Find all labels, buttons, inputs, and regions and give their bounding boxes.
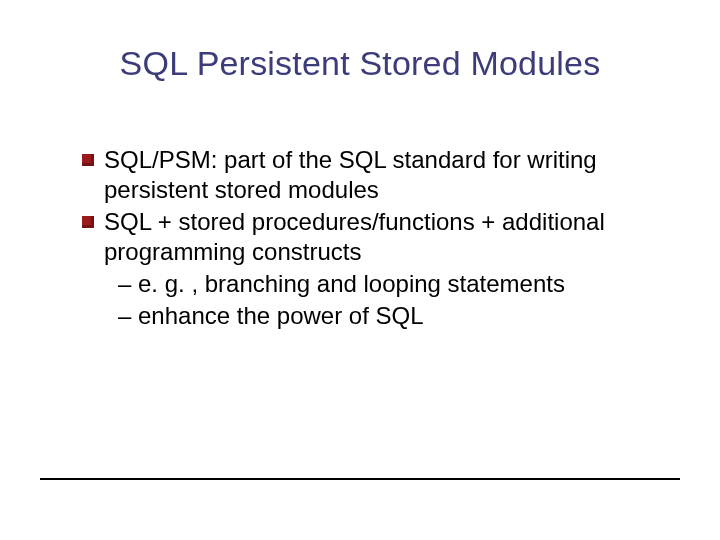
square-bullet-icon [82, 216, 94, 228]
bullet-item: SQL/PSM: part of the SQL standard for wr… [82, 145, 660, 205]
square-bullet-icon [82, 154, 94, 166]
bullet-text: SQL + stored procedures/functions + addi… [104, 207, 660, 267]
footer-divider [40, 478, 680, 480]
slide: SQL Persistent Stored Modules SQL/PSM: p… [0, 0, 720, 540]
bullet-item: SQL + stored procedures/functions + addi… [82, 207, 660, 267]
slide-title: SQL Persistent Stored Modules [0, 44, 720, 83]
sub-bullet-text: – e. g. , branching and looping statemen… [82, 269, 660, 299]
bullet-text: SQL/PSM: part of the SQL standard for wr… [104, 145, 660, 205]
slide-body: SQL/PSM: part of the SQL standard for wr… [82, 145, 660, 331]
sub-bullet-text: – enhance the power of SQL [82, 301, 660, 331]
